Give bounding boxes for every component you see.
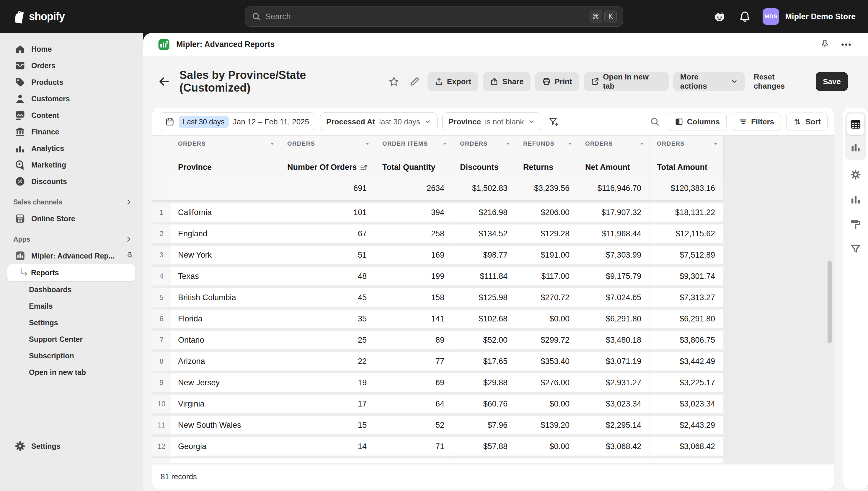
- filter-processed-at[interactable]: Processed At last 30 days: [320, 112, 438, 131]
- header-cell-net-amount[interactable]: ORDERSNet Amount: [578, 136, 650, 176]
- favorite-star-icon[interactable]: [386, 74, 402, 89]
- shopify-logo[interactable]: shopify: [12, 9, 65, 24]
- table-cell: 51: [280, 246, 375, 264]
- sidebar-item-home[interactable]: Home: [0, 41, 143, 57]
- table-cell: 17: [280, 395, 375, 413]
- sidebar-item-online-store[interactable]: Online Store: [0, 210, 143, 227]
- date-range-picker[interactable]: Last 30 days Jan 12 – Feb 11, 2025: [159, 112, 315, 131]
- pin-app-icon[interactable]: [817, 37, 833, 52]
- sorted-ascending-icon[interactable]: [359, 163, 368, 172]
- table-cell: $134.52: [453, 224, 516, 243]
- totals-cell: 691: [280, 176, 375, 200]
- more-options-icon[interactable]: [838, 37, 854, 52]
- filters-button[interactable]: Filters: [732, 113, 781, 131]
- sidebar-item-dashboards[interactable]: Dashboards: [0, 281, 143, 298]
- edit-pencil-icon[interactable]: [407, 74, 422, 89]
- assistant-icon[interactable]: [712, 9, 727, 24]
- header-index-cell: [152, 136, 171, 176]
- column-menu-icon[interactable]: [364, 141, 370, 147]
- report-settings-icon[interactable]: [849, 168, 862, 181]
- column-menu-icon[interactable]: [442, 141, 448, 147]
- filter-province[interactable]: Province is not blank: [442, 112, 541, 131]
- sidebar-section-sales-channels[interactable]: Sales channels: [0, 194, 143, 210]
- reset-changes-button[interactable]: Reset changes: [750, 72, 811, 91]
- table-cell: $9,175.79: [578, 267, 650, 286]
- sidebar-item-subscription[interactable]: Subscription: [0, 347, 143, 364]
- table-row[interactable]: 3New York51169$98.77$191.00$7,303.99$7,5…: [152, 246, 724, 264]
- sort-button[interactable]: Sort: [786, 113, 828, 131]
- sidebar-item-marketing[interactable]: Marketing: [0, 156, 143, 173]
- table-row[interactable]: 7Ontario2589$52.00$299.72$3,480.18$3,806…: [152, 330, 724, 349]
- columns-button[interactable]: Columns: [668, 113, 726, 131]
- open-in-new-tab-button[interactable]: Open in new tab: [584, 72, 669, 91]
- table-row[interactable]: 12Georgia1471$57.88$0.00$3,068.42$3,068.…: [152, 437, 724, 456]
- header-cell-total-quantity[interactable]: ORDER ITEMSTotal Quantity: [375, 136, 453, 176]
- header-cell-discounts[interactable]: ORDERSDiscounts: [453, 136, 516, 176]
- column-menu-icon[interactable]: [639, 141, 645, 147]
- table-cell: 89: [375, 330, 453, 349]
- column-menu-icon[interactable]: [567, 141, 573, 147]
- vertical-scrollbar[interactable]: [828, 261, 832, 343]
- bar-chart-icon: [14, 142, 26, 154]
- store-avatar[interactable]: MDS: [763, 8, 779, 25]
- view-mode-switch: [845, 112, 866, 160]
- table-row[interactable]: 10Virginia1764$60.76$0.00$3,023.34$3,023…: [152, 395, 724, 413]
- table-row[interactable]: 4Texas48199$111.84$117.00$9,175.79$9,301…: [152, 267, 724, 286]
- table-row[interactable]: 11New South Wales1552$7.96$139.20$2,295.…: [152, 416, 724, 435]
- more-actions-button[interactable]: More actions: [673, 72, 745, 91]
- sidebar-item-discounts[interactable]: Discounts: [0, 173, 143, 190]
- sidebar-item-analytics[interactable]: Analytics: [0, 140, 143, 156]
- table-row[interactable]: 9New Jersey1969$29.88$276.00$2,931.27$3,…: [152, 373, 724, 392]
- store-name[interactable]: Mipler Demo Store: [785, 12, 856, 21]
- save-button[interactable]: Save: [816, 72, 848, 91]
- sidebar-item-content[interactable]: Content: [0, 107, 143, 123]
- notifications-bell-icon[interactable]: [737, 9, 752, 24]
- logo-text: shopify: [29, 10, 65, 23]
- filter-lines-icon: [739, 117, 748, 126]
- back-button[interactable]: [156, 74, 172, 89]
- row-index: 4: [152, 267, 171, 286]
- chevron-down-icon: [528, 118, 535, 125]
- chart-settings-icon[interactable]: [849, 193, 862, 206]
- sidebar-item-open-in-new-tab[interactable]: Open in new tab: [0, 364, 143, 380]
- table-row[interactable]: 6Florida35141$102.68$0.00$6,291.80$6,291…: [152, 309, 724, 328]
- sidebar-item-settings[interactable]: Settings: [0, 438, 143, 454]
- style-roller-icon[interactable]: [849, 218, 862, 231]
- table-row[interactable]: 1California101394$216.98$206.00$17,907.3…: [152, 203, 724, 222]
- table-cell: 141: [375, 309, 453, 328]
- header-cell-total-amount[interactable]: ORDERSTotal Amount: [650, 136, 724, 176]
- table-row[interactable]: 2England67258$134.52$129.28$11,968.44$12…: [152, 224, 724, 243]
- sidebar-item-orders[interactable]: Orders: [0, 57, 143, 74]
- table-view-button[interactable]: [847, 113, 864, 135]
- column-menu-icon[interactable]: [713, 141, 719, 147]
- chart-view-button[interactable]: [847, 137, 864, 158]
- bank-icon: [14, 126, 26, 138]
- sidebar-section-apps[interactable]: Apps: [0, 231, 143, 248]
- sidebar-item-customers[interactable]: Customers: [0, 90, 143, 107]
- export-button[interactable]: Export: [428, 72, 478, 91]
- table-row[interactable]: 8Arizona2277$17.65$353.40$3,071.19$3,442…: [152, 352, 724, 371]
- sidebar-item-reports[interactable]: Reports: [7, 264, 135, 281]
- sidebar-item-mipler-app[interactable]: Mipler: Advanced Rep...: [0, 248, 143, 264]
- sidebar-item-products[interactable]: Products: [0, 74, 143, 90]
- table-cell: $117.00: [516, 267, 578, 286]
- header-cell-returns[interactable]: REFUNDSReturns: [516, 136, 578, 176]
- add-filter-icon[interactable]: [546, 114, 561, 129]
- sidebar-item-emails[interactable]: Emails: [0, 298, 143, 314]
- sidebar-item-support-center[interactable]: Support Center: [0, 331, 143, 347]
- pin-icon[interactable]: [125, 252, 134, 260]
- print-button[interactable]: Print: [535, 72, 579, 91]
- search-input[interactable]: Search ⌘ K: [245, 6, 623, 27]
- sidebar-item-finance[interactable]: Finance: [0, 123, 143, 140]
- table-cell: $111.84: [453, 267, 516, 286]
- header-cell-province[interactable]: ORDERSProvince: [171, 136, 280, 176]
- share-button[interactable]: Share: [483, 72, 531, 91]
- filter-panel-icon[interactable]: [849, 242, 862, 256]
- table-cell: $0.00: [516, 309, 578, 328]
- header-cell-number-of-orders[interactable]: ORDERSNumber Of Orders: [280, 136, 375, 176]
- table-row[interactable]: 5British Columbia45158$125.98$270.72$7,0…: [152, 288, 724, 307]
- table-search-icon[interactable]: [647, 114, 662, 129]
- column-menu-icon[interactable]: [505, 141, 511, 147]
- sidebar-item-app-settings[interactable]: Settings: [0, 314, 143, 331]
- column-menu-icon[interactable]: [269, 141, 275, 147]
